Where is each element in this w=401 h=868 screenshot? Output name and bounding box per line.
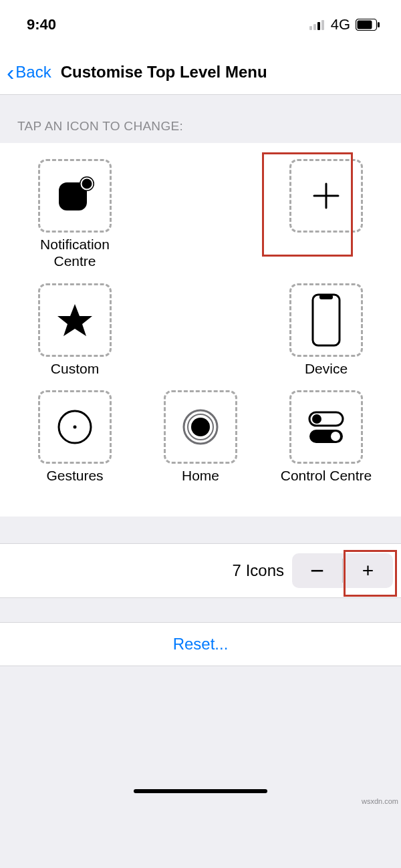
slot-device[interactable]: Device — [273, 283, 380, 378]
section-header: TAP AN ICON TO CHANGE: — [0, 95, 401, 143]
status-bar: 9:40 4G — [0, 0, 401, 49]
icon-stepper: − + — [292, 553, 393, 588]
signal-icon — [309, 19, 325, 30]
back-label: Back — [15, 63, 51, 82]
svg-rect-1 — [313, 24, 316, 30]
slot-label: Control Centre — [281, 468, 372, 484]
nav-bar: ‹ Back Customise Top Level Menu — [0, 49, 401, 95]
svg-rect-2 — [317, 22, 320, 30]
slot-empty-add[interactable] — [273, 159, 380, 237]
watermark: wsxdn.com — [362, 797, 398, 805]
network-label: 4G — [331, 16, 350, 33]
icon-count-row: 7 Icons − + — [0, 543, 401, 598]
battery-icon — [356, 19, 380, 31]
icon-grid-panel: Notification Centre Custom — [0, 143, 401, 517]
slot-label: Gestures — [46, 468, 103, 484]
reset-button[interactable]: Reset... — [173, 635, 229, 653]
status-right: 4G — [309, 16, 380, 33]
svg-point-22 — [331, 432, 340, 441]
notification-centre-icon — [53, 174, 96, 217]
minus-icon: − — [310, 559, 324, 583]
stepper-plus-button[interactable]: + — [343, 553, 393, 588]
home-button-icon — [181, 408, 220, 446]
slot-notification[interactable]: Notification Centre — [21, 159, 128, 270]
svg-rect-13 — [319, 295, 333, 299]
slot-label: Notification Centre — [21, 237, 128, 270]
plus-icon — [311, 181, 341, 210]
back-button[interactable]: ‹ Back — [7, 61, 51, 84]
slot-label: Custom — [51, 361, 99, 378]
gestures-icon — [53, 406, 96, 448]
slot-label: Home — [182, 468, 219, 484]
star-icon — [56, 301, 94, 339]
slot-gestures[interactable]: Gestures — [21, 390, 128, 484]
plus-icon: + — [362, 561, 374, 581]
reset-row: Reset... — [0, 622, 401, 666]
grid-row-2: Custom Device — [13, 283, 388, 378]
icon-count-label: 7 Icons — [233, 561, 284, 580]
svg-point-15 — [74, 426, 77, 429]
stepper-minus-button[interactable]: − — [292, 553, 342, 588]
svg-rect-5 — [358, 21, 372, 29]
device-phone-icon — [310, 293, 342, 347]
home-indicator[interactable] — [134, 789, 267, 793]
slot-home[interactable]: Home — [147, 390, 254, 484]
svg-rect-12 — [313, 295, 340, 345]
svg-point-20 — [312, 414, 321, 424]
chevron-left-icon: ‹ — [7, 61, 14, 84]
svg-point-18 — [191, 418, 210, 436]
svg-rect-6 — [378, 22, 380, 27]
grid-row-3: Gestures Home Control Centr — [13, 390, 388, 484]
svg-rect-3 — [321, 20, 324, 30]
status-time: 9:40 — [27, 16, 56, 33]
page-title: Customise Top Level Menu — [61, 63, 267, 82]
slot-custom[interactable]: Custom — [21, 283, 128, 378]
grid-row-1: Notification Centre — [13, 159, 388, 270]
slot-label: Device — [305, 361, 348, 378]
control-centre-icon — [305, 408, 347, 446]
slot-control-centre[interactable]: Control Centre — [273, 390, 380, 484]
svg-rect-0 — [309, 26, 312, 30]
svg-point-9 — [82, 178, 93, 190]
